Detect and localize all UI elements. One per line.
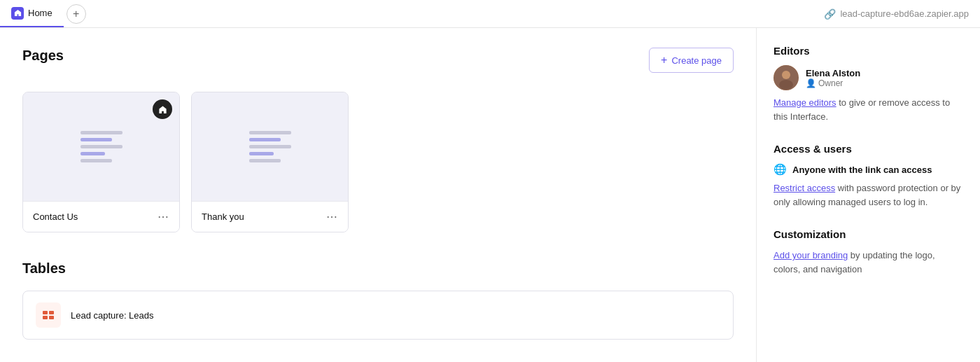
create-page-button[interactable]: + Create page [649,48,734,73]
tables-section: Tables Lead capture: Leads [22,260,734,340]
sidebar-customization-section: Customization Add your branding by updat… [774,228,963,276]
avatar [774,65,799,90]
editors-title: Editors [774,45,963,57]
manage-editors-text: Manage editors to give or remove access … [774,96,963,123]
page-name-contact: Contact Us [33,211,78,222]
pages-title: Pages [22,48,64,64]
customization-title: Customization [774,228,963,240]
url-text: lead-capture-ebd6ae.zapier.app [840,8,969,19]
page-card-footer-thankyou: Thank you ⋯ [192,201,348,232]
table-icon-inner [43,311,54,319]
content-area: Pages + Create page [0,28,756,362]
table-icon-leads [36,302,61,328]
top-nav: Home + 🔗 lead-capture-ebd6ae.zapier.app [0,0,980,28]
restrict-text: Restrict access with password protection… [774,181,963,209]
globe-icon: 🌐 [774,163,787,176]
add-branding-link[interactable]: Add your branding [774,250,848,260]
page-card-thank-you[interactable]: Thank you ⋯ [191,92,349,232]
editor-row: Elena Alston 👤 Owner [774,65,963,90]
doc-icon-thankyou [249,131,291,162]
sidebar-access-section: Access & users 🌐 Anyone with the link ca… [774,143,963,209]
page-more-button-contact[interactable]: ⋯ [158,210,169,223]
home-badge [153,99,172,119]
editor-name: Elena Alston [806,68,860,78]
access-row: 🌐 Anyone with the link can access [774,163,963,176]
svg-point-2 [779,80,793,90]
tables-title: Tables [22,260,734,277]
editor-info: Elena Alston 👤 Owner [806,68,860,88]
svg-point-1 [782,71,790,79]
home-tab-label: Home [28,8,52,18]
access-text: Anyone with the link can access [792,165,932,175]
person-icon: 👤 [806,78,816,88]
table-icon-cell [43,316,48,319]
branding-text: Add your branding by updating the logo, … [774,249,963,276]
page-more-button-thankyou[interactable]: ⋯ [326,210,338,223]
home-tab-icon [11,7,24,20]
table-icon-cell [49,316,54,319]
manage-editors-link[interactable]: Manage editors [774,97,836,108]
page-card-footer-contact: Contact Us ⋯ [23,201,179,232]
create-page-plus-icon: + [661,54,667,67]
pages-grid: Contact Us ⋯ Thank you ⋯ [22,92,734,232]
home-tab[interactable]: Home [0,0,64,27]
doc-icon-contact [80,131,122,162]
table-name-leads: Lead capture: Leads [71,310,154,321]
add-tab-icon: + [73,8,79,20]
table-icon-cell [43,311,48,314]
sidebar-editors-section: Editors Elena Alston 👤 Owner [774,45,963,123]
page-card-contact-us[interactable]: Contact Us ⋯ [22,92,180,232]
link-icon: 🔗 [824,8,836,20]
nav-url: 🔗 lead-capture-ebd6ae.zapier.app [824,8,980,20]
table-icon-cell [49,311,54,314]
page-card-preview-thank-you [192,92,348,201]
page-name-thankyou: Thank you [202,211,244,222]
main-layout: Pages + Create page [0,28,980,362]
restrict-access-link[interactable]: Restrict access [774,183,835,193]
sidebar: Editors Elena Alston 👤 Owner [756,28,980,362]
table-icon-row-2 [43,316,54,319]
page-card-preview-contact-us [23,92,179,201]
add-tab-button[interactable]: + [66,4,86,24]
editor-role: 👤 Owner [806,78,860,88]
create-page-label: Create page [671,55,722,66]
pages-header: Pages + Create page [22,48,734,78]
access-title: Access & users [774,143,963,155]
table-icon-row-1 [43,311,54,314]
table-item-leads[interactable]: Lead capture: Leads [22,291,734,340]
